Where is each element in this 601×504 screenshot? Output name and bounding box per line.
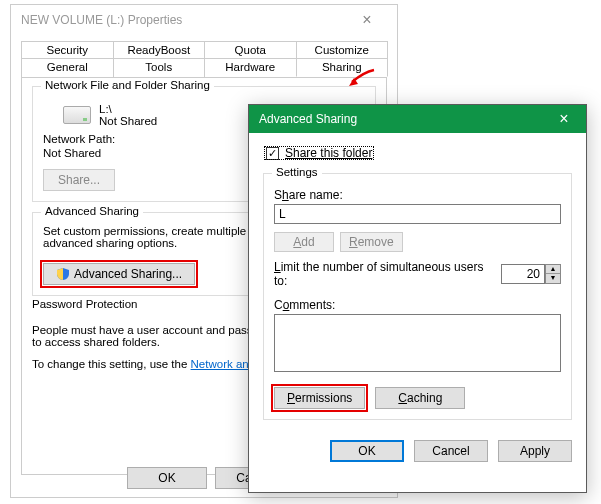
- comments-input[interactable]: [274, 314, 561, 372]
- limit-users-label: Limit the number of simultaneous users t…: [274, 260, 491, 288]
- settings-title: Settings: [272, 166, 322, 178]
- advanced-sharing-button[interactable]: Advanced Sharing...: [43, 263, 195, 285]
- share-button[interactable]: Share...: [43, 169, 115, 191]
- close-icon[interactable]: ×: [542, 105, 586, 133]
- advanced-sharing-titlebar[interactable]: Advanced Sharing ×: [249, 105, 586, 133]
- properties-titlebar[interactable]: NEW VOLUME (L:) Properties ×: [11, 5, 397, 35]
- settings-group: Settings Share name: Add Remove Limit th…: [263, 173, 572, 420]
- drive-icon: [63, 106, 91, 124]
- tab-tools[interactable]: Tools: [113, 58, 206, 77]
- tab-strip: Security ReadyBoost Quota Customize Gene…: [21, 41, 387, 77]
- tab-customize[interactable]: Customize: [296, 41, 389, 59]
- properties-title: NEW VOLUME (L:) Properties: [21, 13, 182, 27]
- spinner-buttons[interactable]: ▲ ▼: [545, 264, 561, 284]
- tab-hardware[interactable]: Hardware: [204, 58, 297, 77]
- tab-security[interactable]: Security: [21, 41, 114, 59]
- advanced-sharing-button-label: Advanced Sharing...: [74, 267, 182, 281]
- group-password-title: Password Protection: [32, 298, 141, 310]
- ok-button[interactable]: OK: [330, 440, 404, 462]
- advanced-sharing-dialog: Advanced Sharing × ✓ Share this folder S…: [248, 104, 587, 493]
- share-this-folder-checkbox[interactable]: ✓ Share this folder: [263, 145, 375, 161]
- add-button[interactable]: Add: [274, 232, 334, 252]
- remove-button[interactable]: Remove: [340, 232, 403, 252]
- chevron-down-icon[interactable]: ▼: [546, 274, 560, 283]
- caching-button[interactable]: Caching: [375, 387, 465, 409]
- permissions-button[interactable]: Permissions: [274, 387, 365, 409]
- advanced-sharing-bottom-buttons: OK Cancel Apply: [249, 430, 586, 472]
- close-icon[interactable]: ×: [347, 6, 387, 34]
- apply-button[interactable]: Apply: [498, 440, 572, 462]
- shield-icon: [56, 267, 70, 281]
- share-name-input[interactable]: [274, 204, 561, 224]
- group-advanced-sharing-title: Advanced Sharing: [41, 205, 143, 217]
- checkbox-icon: ✓: [266, 147, 279, 160]
- properties-ok-button[interactable]: OK: [127, 467, 207, 489]
- group-network-sharing-title: Network File and Folder Sharing: [41, 79, 214, 91]
- cancel-button[interactable]: Cancel: [414, 440, 488, 462]
- share-this-folder-label: Share this folder: [285, 146, 372, 160]
- comments-label: Comments:: [274, 298, 561, 312]
- tab-readyboost[interactable]: ReadyBoost: [113, 41, 206, 59]
- share-name-label: Share name:: [274, 188, 561, 202]
- tab-general[interactable]: General: [21, 58, 114, 77]
- tab-quota[interactable]: Quota: [204, 41, 297, 59]
- tab-sharing[interactable]: Sharing: [296, 58, 389, 77]
- advanced-sharing-title: Advanced Sharing: [259, 112, 357, 126]
- drive-status: Not Shared: [99, 115, 157, 127]
- drive-label: L:\: [99, 103, 157, 115]
- limit-users-input[interactable]: [501, 264, 545, 284]
- chevron-up-icon[interactable]: ▲: [546, 265, 560, 274]
